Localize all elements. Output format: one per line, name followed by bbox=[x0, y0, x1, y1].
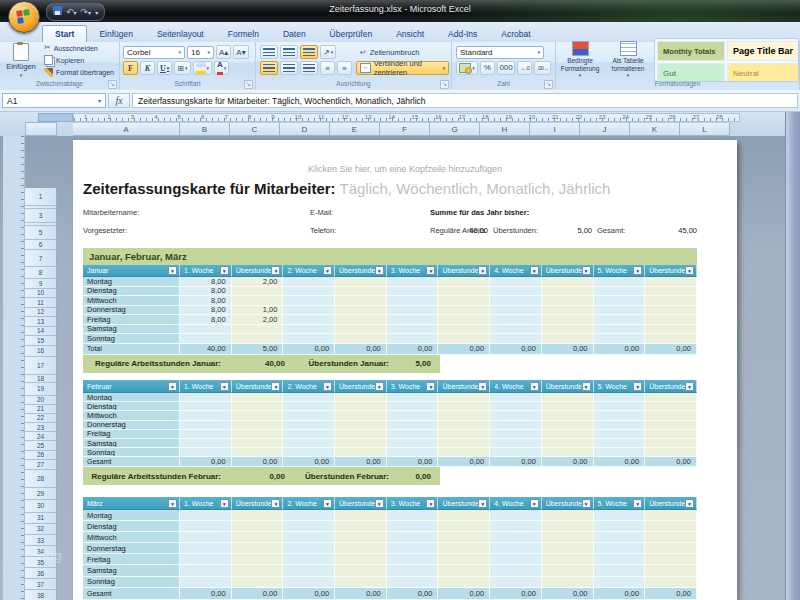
cell[interactable] bbox=[283, 439, 335, 448]
format-as-table-button[interactable]: Als Tabelle formatieren▾ bbox=[604, 41, 652, 79]
font-size-dropdown-icon[interactable]: ▾ bbox=[207, 49, 210, 55]
borders-dropdown-icon[interactable]: ▾ bbox=[185, 65, 188, 71]
style-page-title-bar[interactable]: Page Title Bar bbox=[727, 41, 799, 61]
cell[interactable] bbox=[542, 325, 594, 335]
day-label[interactable]: Samstag bbox=[83, 325, 180, 335]
cell[interactable] bbox=[180, 402, 232, 411]
cell[interactable] bbox=[283, 296, 335, 306]
cell[interactable] bbox=[490, 439, 542, 448]
filter-dropdown-icon[interactable]: ▼ bbox=[633, 382, 642, 391]
cell[interactable] bbox=[283, 510, 335, 521]
day-label[interactable]: Freitag bbox=[83, 430, 180, 439]
orientation-button[interactable]: ↗▾ bbox=[320, 45, 336, 59]
font-dialog-launcher[interactable]: ↘ bbox=[244, 80, 253, 89]
cell[interactable] bbox=[490, 306, 542, 316]
total-cell[interactable]: 0,00 bbox=[594, 588, 646, 600]
week-column-header[interactable]: Überstunde▼ bbox=[645, 265, 697, 277]
day-label[interactable]: Mittwoch bbox=[83, 411, 180, 420]
row-header-7[interactable]: 7 bbox=[25, 250, 57, 267]
total-label[interactable]: Total bbox=[83, 344, 180, 355]
cell[interactable] bbox=[542, 421, 594, 430]
italic-button[interactable]: K bbox=[140, 61, 155, 75]
cell[interactable]: 1,00 bbox=[232, 306, 284, 316]
cell[interactable] bbox=[283, 554, 335, 565]
cell[interactable]: 8,00 bbox=[180, 296, 232, 306]
align-middle-button[interactable] bbox=[280, 45, 298, 59]
week-column-header[interactable]: 3. Woche▼ bbox=[387, 265, 439, 277]
filter-dropdown-icon[interactable]: ▼ bbox=[168, 266, 177, 275]
cell[interactable] bbox=[180, 334, 232, 344]
filter-dropdown-icon[interactable]: ▼ bbox=[271, 266, 280, 275]
cell[interactable] bbox=[387, 430, 439, 439]
cell[interactable] bbox=[283, 448, 335, 457]
day-label[interactable]: Mittwoch bbox=[83, 296, 180, 306]
cell[interactable] bbox=[542, 554, 594, 565]
cell[interactable] bbox=[232, 296, 284, 306]
cell[interactable] bbox=[438, 543, 490, 554]
overtime-value[interactable]: 5,00 bbox=[545, 226, 592, 235]
merge-center-button[interactable]: ↔Verbinden und zentrieren▾ bbox=[356, 61, 449, 75]
filter-dropdown-icon[interactable]: ▼ bbox=[633, 499, 642, 508]
name-box-dropdown-icon[interactable]: ▾ bbox=[98, 97, 101, 104]
cell[interactable] bbox=[594, 277, 646, 287]
filter-dropdown-icon[interactable]: ▼ bbox=[375, 382, 384, 391]
total-cell[interactable]: 0,00 bbox=[387, 457, 439, 467]
office-button[interactable] bbox=[8, 1, 40, 33]
undo-button[interactable]: ↶▾ bbox=[66, 5, 77, 20]
row-header-28[interactable]: 28 bbox=[25, 470, 57, 488]
week-column-header[interactable]: Überstunde▼ bbox=[438, 265, 490, 277]
week-column-header[interactable]: Überstunde▼ bbox=[335, 497, 387, 510]
cell[interactable] bbox=[594, 306, 646, 316]
cell[interactable] bbox=[542, 306, 594, 316]
font-color-dropdown-icon[interactable]: ▾ bbox=[224, 65, 227, 71]
cell[interactable] bbox=[180, 543, 232, 554]
cell[interactable] bbox=[594, 532, 646, 543]
total-cell[interactable]: 0,00 bbox=[490, 344, 542, 355]
alignment-dialog-launcher[interactable]: ↘ bbox=[440, 80, 449, 89]
filter-dropdown-icon[interactable]: ▼ bbox=[685, 499, 694, 508]
increase-decimal-button[interactable]: ←,0 bbox=[517, 61, 532, 75]
week-column-header[interactable]: Überstunde▼ bbox=[542, 497, 594, 510]
align-top-button[interactable] bbox=[260, 45, 278, 59]
filter-dropdown-icon[interactable]: ▼ bbox=[168, 382, 177, 391]
total-cell[interactable]: 0,00 bbox=[180, 588, 232, 600]
cell[interactable] bbox=[490, 421, 542, 430]
cell[interactable] bbox=[180, 439, 232, 448]
cell[interactable] bbox=[335, 277, 387, 287]
cell[interactable] bbox=[594, 334, 646, 344]
cell[interactable] bbox=[594, 554, 646, 565]
filter-dropdown-icon[interactable]: ▼ bbox=[685, 382, 694, 391]
total-cell[interactable]: 0,00 bbox=[542, 457, 594, 467]
cell[interactable] bbox=[232, 532, 284, 543]
month-name-header[interactable]: März▼ bbox=[83, 497, 180, 510]
number-format-dropdown-icon[interactable]: ▾ bbox=[537, 49, 540, 55]
cell[interactable] bbox=[335, 287, 387, 297]
cell[interactable] bbox=[335, 315, 387, 325]
tab-seitenlayout[interactable]: Seitenlayout bbox=[145, 26, 216, 42]
column-header-G[interactable]: G bbox=[430, 122, 480, 136]
cell[interactable] bbox=[283, 334, 335, 344]
total-cell[interactable]: 0,00 bbox=[438, 588, 490, 600]
cell[interactable] bbox=[387, 277, 439, 287]
cell[interactable] bbox=[232, 543, 284, 554]
row-header-3[interactable]: 3 bbox=[25, 209, 57, 223]
week-column-header[interactable]: Überstunde▼ bbox=[542, 380, 594, 393]
cell[interactable] bbox=[542, 430, 594, 439]
cell[interactable] bbox=[387, 393, 439, 402]
row-header-5[interactable]: 5 bbox=[25, 226, 57, 240]
filter-dropdown-icon[interactable]: ▼ bbox=[323, 499, 332, 508]
cell[interactable] bbox=[490, 277, 542, 287]
filter-dropdown-icon[interactable]: ▼ bbox=[375, 266, 384, 275]
row-header-18[interactable]: 18 bbox=[25, 375, 57, 383]
cell[interactable] bbox=[335, 306, 387, 316]
align-right-button[interactable] bbox=[300, 61, 318, 75]
cell[interactable] bbox=[594, 521, 646, 532]
cell[interactable] bbox=[180, 325, 232, 335]
cell[interactable] bbox=[180, 521, 232, 532]
column-header-L[interactable]: L bbox=[680, 122, 730, 136]
week-column-header[interactable]: Überstunde▼ bbox=[645, 497, 697, 510]
fill-color-button[interactable]: ▾ bbox=[193, 61, 213, 75]
underline-button[interactable]: U▾ bbox=[157, 61, 172, 75]
cell[interactable] bbox=[180, 565, 232, 576]
filter-dropdown-icon[interactable]: ▼ bbox=[271, 382, 280, 391]
